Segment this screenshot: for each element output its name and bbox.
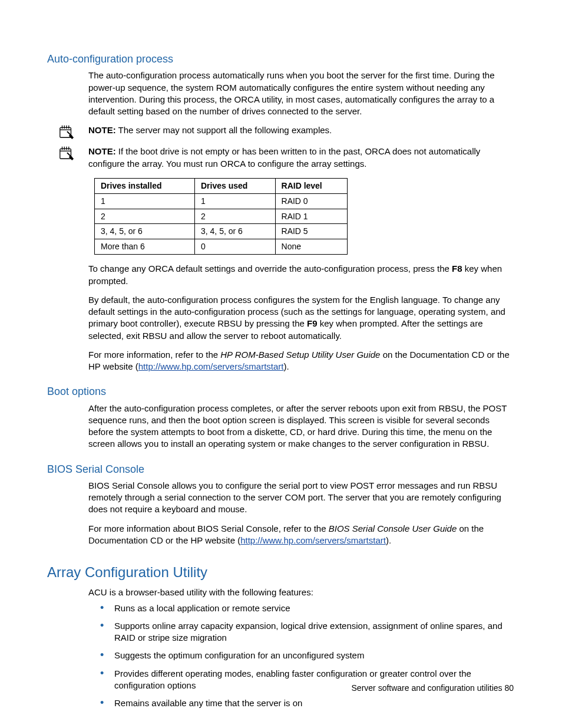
raid-table: Drives installed Drives used RAID level … bbox=[94, 178, 348, 255]
note-row: NOTE: If the boot drive is not empty or … bbox=[47, 146, 515, 172]
table-cell: RAID 0 bbox=[275, 193, 347, 209]
section-bios-body: BIOS Serial Console allows you to config… bbox=[88, 480, 515, 546]
table-cell: More than 6 bbox=[95, 239, 195, 255]
table-cell: None bbox=[275, 239, 347, 255]
table-cell: 3, 4, 5, or 6 bbox=[95, 224, 195, 239]
table-cell: RAID 1 bbox=[275, 209, 347, 224]
paragraph: For more information about BIOS Serial C… bbox=[88, 523, 515, 547]
doc-title: HP ROM-Based Setup Utility User Guide bbox=[220, 350, 380, 360]
paragraph: By default, the auto-configuration proce… bbox=[88, 294, 515, 342]
section-boot-body: After the auto-configuration process com… bbox=[88, 403, 515, 450]
note-icon bbox=[58, 144, 78, 161]
heading-boot-options: Boot options bbox=[47, 384, 515, 398]
text: For more information about BIOS Serial C… bbox=[88, 523, 329, 533]
heading-bios-serial: BIOS Serial Console bbox=[47, 462, 515, 476]
paragraph: The auto-configuration process automatic… bbox=[88, 70, 515, 117]
note-row: NOTE: The server may not support all the… bbox=[47, 124, 515, 140]
table-cell: 2 bbox=[195, 209, 276, 224]
note-body: If the boot drive is not empty or has be… bbox=[88, 146, 480, 168]
smartstart-link[interactable]: http://www.hp.com/servers/smartstart bbox=[240, 535, 386, 545]
text: To change any ORCA default settings and … bbox=[88, 263, 452, 274]
table-row: 3, 4, 5, or 6 3, 4, 5, or 6 RAID 5 bbox=[95, 224, 348, 239]
table-row: More than 6 0 None bbox=[95, 239, 348, 255]
note-text: NOTE: If the boot drive is not empty or … bbox=[88, 146, 515, 172]
smartstart-link[interactable]: http://www.hp.com/servers/smartstart bbox=[138, 361, 284, 371]
heading-auto-configuration: Auto-configuration process bbox=[47, 52, 515, 66]
section-autoconfig-body: The auto-configuration process automatic… bbox=[88, 70, 515, 117]
text: ). bbox=[386, 535, 391, 545]
paragraph: To change any ORCA default settings and … bbox=[88, 263, 515, 287]
key-f8: F8 bbox=[452, 263, 462, 274]
paragraph: After the auto-configuration process com… bbox=[88, 403, 515, 450]
list-item: Remains available any time that the serv… bbox=[98, 697, 515, 709]
note-label: NOTE: bbox=[88, 125, 116, 135]
key-f9: F9 bbox=[307, 318, 318, 328]
text: ). bbox=[284, 361, 289, 371]
table-header-row: Drives installed Drives used RAID level bbox=[95, 178, 348, 193]
table-row: 2 2 RAID 1 bbox=[95, 209, 348, 224]
table-row: 1 1 RAID 0 bbox=[95, 193, 348, 209]
page-footer: Server software and configuration utilit… bbox=[352, 683, 514, 694]
list-item: Supports online array capacity expansion… bbox=[98, 620, 515, 644]
table-header: RAID level bbox=[275, 178, 347, 193]
paragraph: BIOS Serial Console allows you to config… bbox=[88, 480, 515, 516]
heading-array-config: Array Configuration Utility bbox=[47, 563, 515, 582]
paragraph: ACU is a browser-based utility with the … bbox=[88, 587, 515, 598]
table-cell: 3, 4, 5, or 6 bbox=[195, 224, 276, 239]
text: For more information, refer to the bbox=[88, 350, 220, 360]
table-cell: 1 bbox=[95, 193, 195, 209]
note-text: NOTE: The server may not support all the… bbox=[88, 124, 515, 139]
list-item: Runs as a local application or remote se… bbox=[98, 602, 515, 614]
table-cell: 2 bbox=[95, 209, 195, 224]
table-header: Drives used bbox=[195, 178, 276, 193]
doc-title: BIOS Serial Console User Guide bbox=[329, 523, 457, 533]
list-item: Suggests the optimum configuration for a… bbox=[98, 650, 515, 661]
table-cell: RAID 5 bbox=[275, 224, 347, 239]
note-body: The server may not support all the follo… bbox=[116, 125, 332, 135]
table-cell: 0 bbox=[195, 239, 276, 255]
document-page: Auto-configuration process The auto-conf… bbox=[0, 0, 562, 728]
table-header: Drives installed bbox=[95, 178, 195, 193]
paragraph: For more information, refer to the HP RO… bbox=[88, 349, 515, 373]
note-icon bbox=[58, 123, 78, 140]
table-cell: 1 bbox=[195, 193, 276, 209]
section-autoconfig-body2: Drives installed Drives used RAID level … bbox=[88, 178, 515, 373]
note-label: NOTE: bbox=[88, 146, 116, 156]
